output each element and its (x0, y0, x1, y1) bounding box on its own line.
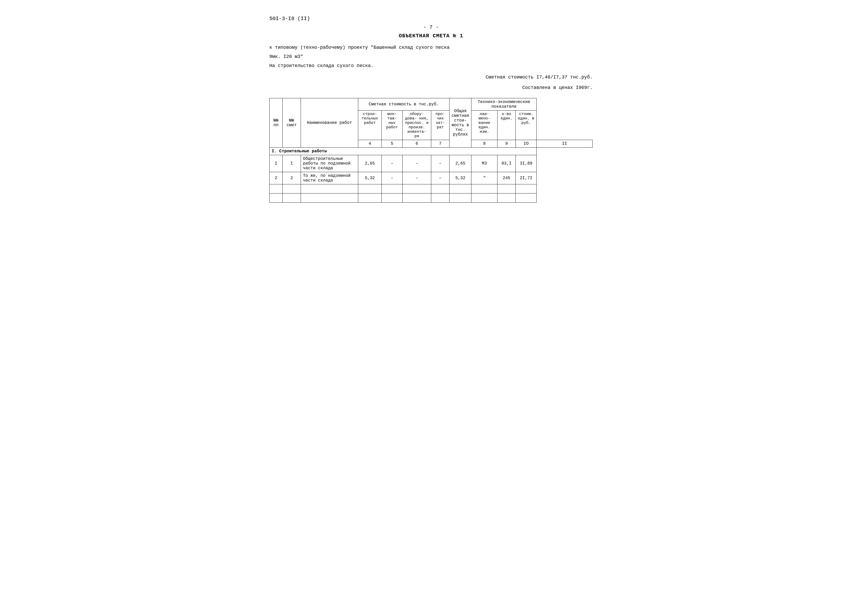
doc-id: 50I-3-I8 (II) (269, 16, 593, 22)
cell-oborud: – (403, 172, 431, 184)
cell-mon: – (382, 155, 403, 172)
cell-pro: – (431, 172, 449, 184)
table-row: 22То же, по надземной части склада5,32––… (270, 172, 593, 184)
col-num-6: 6 (403, 140, 431, 148)
cell-num-smet: I (283, 155, 301, 172)
main-table-wrapper: №№ пп №№ смет Наименование работ Сметная… (269, 98, 593, 203)
subtitle-line2: 9мк. I20 м3" (269, 53, 593, 60)
cell-num-smet: 2 (283, 172, 301, 184)
cost-line1: Сметная стоимость I7,46/I7,37 тнс.руб. (269, 75, 593, 80)
section-header-row: I. Строительные работы (270, 148, 593, 155)
cell-nai: М3 (471, 155, 498, 172)
cell-obsch: 5,32 (449, 172, 471, 184)
cell-stroy: 2,65 (358, 155, 382, 172)
col-num-4: 4 (358, 140, 382, 148)
col-num-8: 8 (471, 140, 498, 148)
cell-nai: " (471, 172, 498, 184)
cell-name: Общестроительные работы по подземной час… (301, 155, 358, 172)
cell-mon: – (382, 172, 403, 184)
section-header-cell: I. Строительные работы (270, 148, 537, 155)
col-header-num: №№ пп (270, 98, 283, 148)
col-header-mon: мон- таж- ных работ (382, 111, 403, 140)
document-header: 50I-3-I8 (II) - 7 - ОБЪЕКТНАЯ СМЕТА № 1 … (269, 16, 593, 90)
table-row: IIОбщестроительные работы по подземной ч… (270, 155, 593, 172)
col-header-smet: №№ смет (283, 98, 301, 148)
cell-name: То же, по надземной части склада (301, 172, 358, 184)
col-num-10: IO (516, 140, 537, 148)
empty-row (270, 184, 593, 193)
cell-pro: – (431, 155, 449, 172)
subtitle-line1: к типовому (техно-рабочему) проекту "Баш… (269, 44, 593, 51)
subtitle-line3: На строительство склада сухого песка. (269, 62, 593, 69)
cell-num-pp: I (270, 155, 283, 172)
cell-obsch: 2,65 (449, 155, 471, 172)
col-header-smetnaya: Сметная стоимость в тнс.руб. (358, 98, 449, 111)
col-num-9: 9 (498, 140, 516, 148)
col-num-5: 5 (382, 140, 403, 148)
col-header-obschaya: Общая сметная стои- мость в тнс. рублях (449, 98, 471, 148)
col-header-kvo: к-во един. (498, 111, 516, 140)
cell-stoim: 2I,7I (516, 172, 537, 184)
cell-kvo: 83,I (498, 155, 516, 172)
col-header-tehnico: Технико-экономические показатели (471, 98, 537, 111)
cell-stoim: 3I,89 (516, 155, 537, 172)
cost-line2: Составлена в ценах I969г. (269, 85, 593, 90)
cell-stroy: 5,32 (358, 172, 382, 184)
col-header-stroy: строи- тельных работ (358, 111, 382, 140)
col-num-7: 7 (431, 140, 449, 148)
col-header-naim: Наименование работ (301, 98, 358, 148)
page-number: - 7 - (269, 24, 593, 30)
cell-num-pp: 2 (270, 172, 283, 184)
empty-row (270, 193, 593, 203)
cell-kvo: 245 (498, 172, 516, 184)
col-header-pro: про- чих зат- рат (431, 111, 449, 140)
col-header-oborud: обору- дова- ния, приспос. и произв. инв… (403, 111, 431, 140)
col-num-11: II (537, 140, 593, 148)
col-header-stoim: стоим. един. в руб. (516, 111, 537, 140)
col-header-nai: наи- мено- вание един. изм. (471, 111, 498, 140)
cell-oborud: – (403, 155, 431, 172)
estimate-table: №№ пп №№ смет Наименование работ Сметная… (269, 98, 593, 203)
doc-title: ОБЪЕКТНАЯ СМЕТА № 1 (269, 33, 593, 39)
